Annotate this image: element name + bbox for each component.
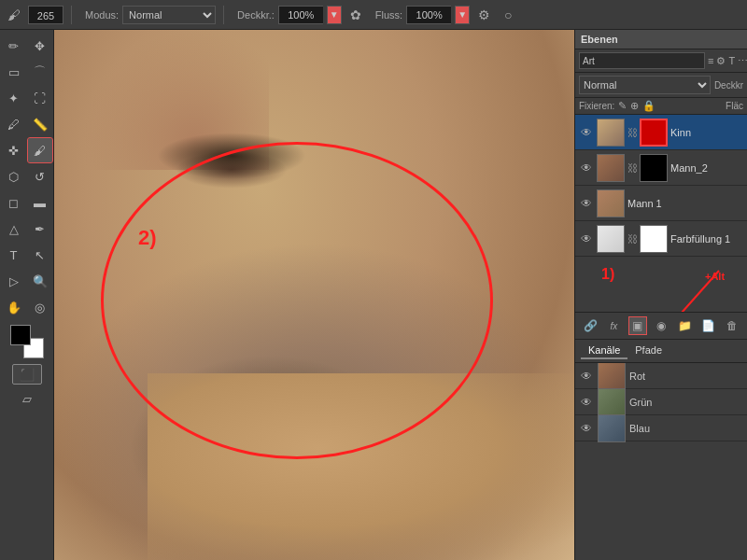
deckKr-dropdown[interactable]: ▼: [327, 6, 342, 24]
layer-eye-mann2[interactable]: 👁: [579, 161, 594, 175]
zoom-tool[interactable]: 🔍: [28, 269, 52, 293]
shape-tools: ▷ 🔍: [2, 269, 52, 293]
crop-tool[interactable]: ⛶: [28, 86, 52, 110]
fix-move-icon[interactable]: ⊕: [630, 100, 639, 112]
layer-item-kinn[interactable]: 👁 ⛓ Kinn: [575, 115, 747, 150]
layers-search-input[interactable]: [579, 52, 705, 69]
right-panel: Ebenen ≡ ⚙ T ⋯ Normal Deckkr Fixieren: ✎…: [574, 30, 747, 560]
color-picker[interactable]: [10, 325, 44, 358]
deckKr-input[interactable]: 100%: [278, 6, 323, 24]
zoom-tool-2[interactable]: ◎: [28, 295, 52, 319]
canvas-area: 2): [54, 30, 574, 560]
gradient-tool[interactable]: ▬: [28, 190, 52, 215]
layer-name-mann1: Mann 1: [627, 198, 743, 209]
left-toolbar: ✏ ✥ ▭ ⌒ ✦ ⛶ 🖊 📏 ✜ 🖌 ⬡ ↺ ◻ ▬ △ ✒: [0, 30, 54, 560]
eraser-tool[interactable]: ◻: [2, 190, 26, 215]
pen-tool-top[interactable]: ✏: [2, 34, 26, 58]
layer-item-mann1[interactable]: 👁 Mann 1: [575, 186, 747, 221]
deckKr-label: Deckkr.:: [237, 9, 275, 21]
new-group-btn[interactable]: 📁: [675, 316, 694, 335]
layer-eye-farbfuellung[interactable]: 👁: [579, 231, 594, 246]
spot-heal-tool[interactable]: ✜: [2, 138, 26, 162]
layer-item-farbfuellung[interactable]: 👁 ⛓ Farbfüllung 1: [575, 221, 747, 257]
brush-preset-icon[interactable]: ○: [498, 5, 518, 25]
layer-item-mann2[interactable]: 👁 ⛓ Mann_2: [575, 150, 747, 186]
layer-eye-mann1[interactable]: 👁: [579, 196, 594, 211]
foreground-color[interactable]: [10, 325, 31, 345]
add-mask-btn[interactable]: ▣: [628, 316, 647, 335]
channel-item-gruen[interactable]: 👁 Grün: [575, 389, 747, 415]
magic-tools: ✦ ⛶: [2, 86, 52, 110]
layer-eye-kinn[interactable]: 👁: [579, 125, 594, 140]
annotation-label-1: 1): [601, 266, 614, 283]
modus-select[interactable]: Normal: [122, 6, 216, 24]
history-brush-tool[interactable]: ↺: [28, 164, 52, 189]
layer-thumb-kinn: [597, 119, 625, 147]
eyedropper-tool[interactable]: 🖊: [2, 112, 26, 136]
fx-btn[interactable]: fx: [604, 316, 623, 335]
pen-tool[interactable]: ✒: [28, 217, 52, 241]
brush-size-input[interactable]: 265: [28, 6, 63, 24]
layers-options-icon[interactable]: ⚙: [716, 52, 726, 69]
fix-label: Fixieren:: [579, 101, 614, 111]
adjustment-btn[interactable]: ◉: [652, 316, 670, 335]
fluss-label: Fluss:: [375, 9, 402, 21]
separator-2: [223, 6, 224, 24]
neck-area: [148, 373, 574, 560]
layer-list: 👁 ⛓ Kinn 👁 ⛓ Mann_2 👁: [575, 115, 747, 312]
layers-mode-row: Normal Deckkr: [575, 73, 747, 98]
airbrush-icon: ✿: [345, 5, 366, 25]
screen-mode-tool[interactable]: ▱: [15, 386, 39, 411]
channel-thumb-gruen: [598, 388, 626, 416]
fluss-dropdown[interactable]: ▼: [455, 6, 470, 24]
annotation-arrow-svg: +Alt: [663, 266, 738, 312]
text-tools: T ↖: [2, 243, 52, 267]
layer-thumb-mann1: [597, 189, 625, 217]
channel-item-rot[interactable]: 👁 Rot: [575, 363, 747, 389]
channel-name-gruen: Grün: [629, 397, 652, 408]
ruler-tool[interactable]: 📏: [28, 112, 52, 136]
layer-chain-kinn: ⛓: [627, 127, 637, 138]
path-select-tool[interactable]: ↖: [28, 243, 52, 267]
lasso-tool[interactable]: ⌒: [28, 60, 52, 84]
move-tool[interactable]: ✥: [28, 34, 52, 58]
channel-name-rot: Rot: [629, 371, 645, 382]
main-area: ✏ ✥ ▭ ⌒ ✦ ⛶ 🖊 📏 ✜ 🖌 ⬡ ↺ ◻ ▬ △ ✒: [0, 30, 747, 560]
channel-eye-rot[interactable]: 👁: [579, 369, 594, 384]
channels-tabs-row: Kanäle Pfade: [575, 340, 747, 363]
rect-select-tool[interactable]: ▭: [2, 60, 26, 84]
layers-text-icon[interactable]: T: [728, 52, 735, 69]
eraser-tools: ◻ ▬: [2, 190, 52, 215]
channels-tab[interactable]: Kanäle: [581, 343, 627, 359]
new-layer-btn[interactable]: 📄: [699, 316, 718, 335]
text-tool[interactable]: T: [2, 243, 26, 267]
blend-mode-select[interactable]: Normal: [579, 76, 711, 94]
channel-item-blau[interactable]: 👁 Blau: [575, 415, 747, 441]
quick-mask-tool[interactable]: ⬛: [12, 364, 42, 385]
layer-mask-kinn: [640, 119, 668, 147]
stamp-tool[interactable]: ⬡: [2, 164, 26, 189]
paths-tab[interactable]: Pfade: [627, 343, 669, 359]
delete-layer-btn[interactable]: 🗑: [723, 316, 741, 335]
brush-tool[interactable]: 🖌: [28, 138, 52, 162]
stamp-tools: ⬡ ↺: [2, 164, 52, 189]
shape-tool[interactable]: ▷: [2, 269, 26, 293]
separator-1: [71, 6, 72, 24]
options-icon[interactable]: ⚙: [473, 5, 494, 25]
layers-filter-icon[interactable]: ≡: [708, 52, 713, 69]
layer-mask-farbfuellung: [640, 225, 668, 253]
hand-tool[interactable]: ✋: [2, 295, 26, 319]
fix-lock-icon[interactable]: 🔒: [642, 100, 655, 112]
layer-mask-mann2: [640, 154, 668, 182]
fluss-input[interactable]: 100%: [406, 6, 451, 24]
channel-name-blau: Blau: [629, 423, 650, 434]
channel-eye-blau[interactable]: 👁: [579, 421, 594, 436]
link-layers-btn[interactable]: 🔗: [581, 316, 599, 335]
select-tools: ▭ ⌒: [2, 60, 52, 84]
fix-position-icon[interactable]: ✎: [618, 100, 627, 112]
move-tools: ✏ ✥: [2, 34, 52, 58]
dodge-tool[interactable]: △: [2, 217, 26, 241]
layers-more-icon[interactable]: ⋯: [738, 52, 747, 69]
channel-eye-gruen[interactable]: 👁: [579, 395, 594, 410]
magic-wand-tool[interactable]: ✦: [2, 86, 26, 110]
